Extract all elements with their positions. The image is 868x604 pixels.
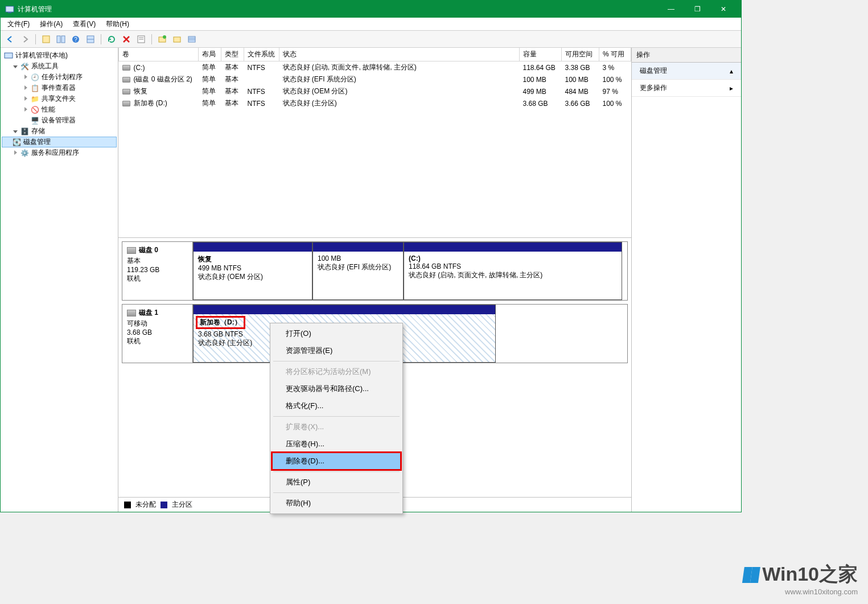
disk-icon <box>127 310 136 317</box>
forward-button[interactable] <box>19 33 31 46</box>
partition[interactable]: 100 MB状态良好 (EFI 系统分区) <box>312 242 404 300</box>
context-menu[interactable]: 打开(O)资源管理器(E)将分区标记为活动分区(M)更改驱动器号和路径(C)..… <box>270 323 403 514</box>
table-cell: 基本 <box>221 73 244 85</box>
column-header[interactable]: 可用空间 <box>562 48 599 61</box>
actions-disk-management[interactable]: 磁盘管理 ▴ <box>632 63 741 80</box>
titlebar: 计算机管理 — ❐ ✕ <box>1 1 741 18</box>
column-header[interactable]: 容量 <box>520 48 562 61</box>
table-row[interactable]: (C:)简单基本NTFS状态良好 (启动, 页面文件, 故障转储, 主分区)11… <box>119 61 631 74</box>
view-settings-icon[interactable] <box>84 33 97 46</box>
context-menu-item[interactable]: 压缩卷(H)... <box>272 435 401 453</box>
column-header[interactable]: 卷 <box>119 48 199 61</box>
partition-header-bar <box>194 305 495 314</box>
back-button[interactable] <box>4 33 17 46</box>
table-row[interactable]: 恢复简单基本NTFS状态良好 (OEM 分区)499 MB484 MB97 % <box>119 85 631 97</box>
refresh-icon[interactable] <box>105 33 118 46</box>
context-menu-item[interactable]: 删除卷(D)... <box>272 453 401 470</box>
help-icon[interactable]: ? <box>69 33 82 46</box>
menu-file[interactable]: 文件(F) <box>3 18 34 30</box>
column-header[interactable]: 文件系统 <box>244 48 279 61</box>
tree-system-tools[interactable]: 🛠️ 系统工具 <box>2 61 117 72</box>
expand-icon[interactable] <box>22 85 29 91</box>
expand-icon[interactable] <box>12 64 19 69</box>
tree-storage[interactable]: 🗄️ 存储 <box>2 126 117 137</box>
column-header[interactable]: % 可用 <box>599 48 631 61</box>
list-view-icon[interactable] <box>186 33 198 46</box>
actions-more[interactable]: 更多操作 ▸ <box>632 80 741 97</box>
delete-icon[interactable] <box>120 33 133 46</box>
explorer-icon[interactable] <box>171 33 183 46</box>
tree-event-viewer[interactable]: 📋 事件查看器 <box>2 83 117 93</box>
context-menu-item[interactable]: 资源管理器(E) <box>272 342 401 359</box>
expand-icon[interactable] <box>12 129 19 134</box>
disk-header[interactable]: 磁盘 0基本119.23 GB联机 <box>122 242 193 300</box>
menubar: 文件(F) 操作(A) 查看(V) 帮助(H) <box>1 18 741 31</box>
tree-services[interactable]: ⚙️ 服务和应用程序 <box>2 147 117 158</box>
tree-root[interactable]: 计算机管理(本地) <box>2 50 117 61</box>
table-cell: 状态良好 (主分区) <box>279 97 520 109</box>
expand-icon[interactable] <box>12 150 19 156</box>
context-menu-item: 扩展卷(X)... <box>272 418 401 435</box>
partition[interactable]: 恢复499 MB NTFS状态良好 (OEM 分区) <box>193 242 312 300</box>
gauge-icon: 🚫 <box>30 105 39 114</box>
tree-label: 系统工具 <box>31 61 59 71</box>
context-menu-item[interactable]: 帮助(H) <box>272 495 401 512</box>
table-cell: NTFS <box>244 61 279 74</box>
tree-task-scheduler[interactable]: 🕘 任务计划程序 <box>2 72 117 83</box>
table-cell: 499 MB <box>520 85 562 97</box>
menu-view[interactable]: 查看(V) <box>68 18 100 30</box>
column-header[interactable]: 状态 <box>279 48 520 61</box>
table-cell: 484 MB <box>562 85 599 97</box>
menu-help[interactable]: 帮助(H) <box>101 18 134 30</box>
tree-shared-folders[interactable]: 📁 共享文件夹 <box>2 93 117 104</box>
table-cell: 新加卷 (D:) <box>119 97 199 109</box>
table-cell: 3.68 GB <box>520 97 562 109</box>
context-menu-item[interactable]: 更改驱动器号和路径(C)... <box>272 380 401 397</box>
close-button[interactable]: ✕ <box>710 1 737 18</box>
tree-performance[interactable]: 🚫 性能 <box>2 104 117 115</box>
tree-label: 磁盘管理 <box>23 137 51 147</box>
context-menu-item[interactable]: 格式化(F)... <box>272 397 401 414</box>
menu-action[interactable]: 操作(A) <box>35 18 67 30</box>
volume-list[interactable]: 卷布局类型文件系统状态容量可用空间% 可用 (C:)简单基本NTFS状态良好 (… <box>118 48 631 238</box>
tree-device-manager[interactable]: 🖥️ 设备管理器 <box>2 115 117 126</box>
maximize-button[interactable]: ❐ <box>684 1 710 18</box>
actions-item-label: 磁盘管理 <box>640 66 667 76</box>
column-header[interactable]: 布局 <box>199 48 221 61</box>
tree-disk-management[interactable]: 💽 磁盘管理 <box>2 137 117 147</box>
table-cell: 118.64 GB <box>520 61 562 74</box>
show-hide-tree-icon[interactable] <box>40 33 52 46</box>
context-menu-item[interactable]: 属性(P) <box>272 474 401 491</box>
column-header[interactable]: 类型 <box>221 48 244 61</box>
disk-header[interactable]: 磁盘 1可移动3.68 GB联机 <box>122 305 193 363</box>
tree-label: 存储 <box>31 126 45 136</box>
properties-icon[interactable] <box>135 33 147 46</box>
legend-primary: 主分区 <box>172 500 192 510</box>
watermark: Win10之家 www.win10xitong.com <box>743 561 858 596</box>
svg-rect-3 <box>57 36 60 43</box>
expand-icon[interactable] <box>22 75 29 80</box>
collapse-icon: ▴ <box>730 67 733 75</box>
table-cell: 状态良好 (OEM 分区) <box>279 85 520 97</box>
minimize-button[interactable]: — <box>658 1 684 18</box>
actions-item-label: 更多操作 <box>640 83 667 93</box>
new-folder-icon[interactable] <box>156 33 168 46</box>
tree-pane[interactable]: 计算机管理(本地) 🛠️ 系统工具 🕘 任务计划程序 📋 事件查看器 📁 共享文 <box>1 48 118 512</box>
expand-icon[interactable] <box>22 107 29 113</box>
tree-label: 设备管理器 <box>42 116 76 125</box>
volume-table: 卷布局类型文件系统状态容量可用空间% 可用 (C:)简单基本NTFS状态良好 (… <box>118 48 631 109</box>
partition[interactable]: (C:)118.64 GB NTFS状态良好 (启动, 页面文件, 故障转储, … <box>404 242 622 300</box>
menu-separator <box>273 492 400 493</box>
event-icon: 📋 <box>30 84 39 93</box>
layout-icon[interactable] <box>55 33 67 46</box>
table-cell: NTFS <box>244 97 279 109</box>
expand-icon[interactable] <box>22 96 29 102</box>
svg-rect-0 <box>6 6 14 12</box>
volume-icon <box>122 101 130 106</box>
table-cell: 3.38 GB <box>562 61 599 74</box>
context-menu-item[interactable]: 打开(O) <box>272 325 401 342</box>
table-row[interactable]: (磁盘 0 磁盘分区 2)简单基本状态良好 (EFI 系统分区)100 MB10… <box>119 73 631 85</box>
table-cell: 简单 <box>199 73 221 85</box>
svg-rect-1 <box>8 12 11 13</box>
table-row[interactable]: 新加卷 (D:)简单基本NTFS状态良好 (主分区)3.68 GB3.66 GB… <box>119 97 631 109</box>
